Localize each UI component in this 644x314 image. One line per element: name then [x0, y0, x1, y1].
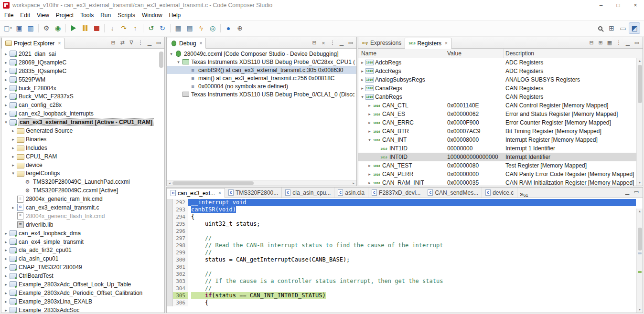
- expand-arrow-icon[interactable]: ▸: [10, 128, 16, 133]
- overview-mark-debug-line[interactable]: [638, 271, 642, 273]
- breakpoint-button[interactable]: ●: [223, 22, 234, 34]
- line-number[interactable]: 304: [173, 285, 188, 292]
- expand-arrow-icon[interactable]: ▸: [10, 205, 16, 210]
- expand-arrow-icon[interactable]: ▸: [3, 103, 9, 107]
- line-number[interactable]: 301: [173, 263, 188, 271]
- minimize-button[interactable]: ▁: [623, 39, 632, 47]
- line-number[interactable]: 292: [173, 199, 188, 206]
- menu-project[interactable]: Project: [53, 10, 77, 21]
- line-number[interactable]: 303: [173, 278, 188, 285]
- annotation-ruler-cell[interactable]: [167, 278, 173, 285]
- collapse-arrow-icon[interactable]: ▾: [359, 94, 365, 99]
- register-row[interactable]: ▸AdccRegsADC Registers: [358, 67, 643, 75]
- tree-item[interactable]: main() at can_ex3_external_transmit.c:25…: [167, 74, 356, 82]
- overview-mark-occurrence[interactable]: [638, 252, 642, 254]
- restart-button[interactable]: ↺: [145, 22, 157, 34]
- tree-item[interactable]: Texas Instruments XDS110 USB Debug Probe…: [167, 90, 356, 98]
- menu-view[interactable]: View: [33, 10, 53, 21]
- code-line[interactable]: 298 // Read the CAN-B interrupt status t…: [167, 242, 636, 249]
- expand-arrow-icon[interactable]: ▸: [3, 111, 9, 116]
- annotation-ruler-cell[interactable]: [167, 292, 173, 299]
- annotation-ruler-cell[interactable]: [167, 213, 173, 220]
- line-number[interactable]: 302: [173, 271, 188, 278]
- expand-arrow-icon[interactable]: ▸: [10, 146, 16, 150]
- expand-arrow-icon[interactable]: ▸: [359, 86, 365, 91]
- line-number[interactable]: 297: [173, 235, 188, 242]
- maximize-button[interactable]: ▭: [632, 188, 641, 196]
- view-menu-button[interactable]: ⋮: [614, 39, 623, 47]
- collapse-arrow-icon[interactable]: ▾: [10, 171, 16, 176]
- tree-item[interactable]: ▸2021_dian_sai: [1, 50, 164, 58]
- collapse-arrow-icon[interactable]: ▾: [3, 120, 9, 125]
- tree-item[interactable]: ▸Buck_VMC_F2837xS: [1, 92, 164, 101]
- tree-item[interactable]: ▸can_ex3_external_transmit.c: [1, 203, 164, 212]
- annotation-ruler-cell[interactable]: [167, 228, 173, 235]
- tree-item[interactable]: TMS320F280049C.ccxml [Active]: [1, 186, 164, 195]
- register-row[interactable]: ▸CAN_ERRC0x0000F900Error Counter Registe…: [358, 118, 643, 127]
- new-file-button[interactable]: ▢▾: [2, 22, 13, 34]
- code-line[interactable]: 300 status = CAN_getInterruptCause(CANB_…: [167, 256, 636, 263]
- scroll-up-arrow-icon[interactable]: ▲: [637, 209, 643, 214]
- expand-arrow-icon[interactable]: ▸: [366, 180, 373, 185]
- annotation-ruler-cell[interactable]: [167, 263, 173, 271]
- expand-arrow-icon[interactable]: ▸: [10, 163, 16, 167]
- expand-arrow-icon[interactable]: ▸: [3, 240, 9, 244]
- minimize-button[interactable]: ▁: [337, 39, 346, 47]
- register-row[interactable]: INT0ID1000000000000000Interrupt Identifi…: [358, 153, 643, 161]
- column-header-value[interactable]: Value: [445, 49, 504, 58]
- expand-arrow-icon[interactable]: ▸: [359, 77, 365, 82]
- annotation-ruler-cell[interactable]: [167, 256, 173, 263]
- save-button[interactable]: ▣: [13, 22, 25, 34]
- connect-target-button[interactable]: ◎: [207, 22, 218, 34]
- tree-item[interactable]: ▸CPU1_RAM: [1, 152, 164, 161]
- tree-item[interactable]: ▾Texas Instruments XDS110 USB Debug Prob…: [167, 58, 356, 66]
- memory-view-button[interactable]: ▤: [184, 22, 195, 34]
- expand-arrow-icon[interactable]: ▸: [366, 120, 373, 125]
- collapse-all-button[interactable]: ⊟: [109, 39, 118, 47]
- step-into-button[interactable]: ↓: [107, 22, 118, 34]
- expand-arrow-icon[interactable]: ▸: [366, 103, 373, 108]
- code-line[interactable]: 295 uint32_t status;: [167, 220, 636, 228]
- expand-arrow-icon[interactable]: ▸: [3, 52, 9, 56]
- tree-item[interactable]: ▸cla_asin_cpu01: [1, 254, 164, 263]
- register-row[interactable]: ▸CAN_PERR0x00000000CAN Parity Error Code…: [358, 170, 643, 178]
- register-row[interactable]: ▾CAN_INT0x00008000Interrupt Register [Me…: [358, 136, 643, 144]
- tree-item[interactable]: TMS320F280049C_LaunchPad.ccxml: [1, 178, 164, 186]
- line-number[interactable]: 306: [173, 299, 188, 306]
- console-button[interactable]: ▥: [25, 22, 36, 34]
- collapse-arrow-icon[interactable]: ▾: [366, 137, 373, 142]
- maximize-window-button[interactable]: □: [610, 0, 627, 10]
- tree-item[interactable]: ▸Example_2803xAdc_Offset_Look_Up_Table: [1, 280, 164, 289]
- menu-window[interactable]: Window: [139, 10, 166, 21]
- scroll-left-arrow-icon[interactable]: ◂: [167, 181, 172, 185]
- tree-item[interactable]: ▾targetConfigs: [1, 169, 164, 178]
- project-explorer-scrollbar[interactable]: [158, 50, 164, 313]
- tree-item[interactable]: driverlib.lib: [1, 220, 164, 229]
- terminate-button[interactable]: [91, 22, 102, 34]
- collapse-arrow-icon[interactable]: ▾: [175, 60, 182, 64]
- maximize-button[interactable]: ▭: [346, 39, 355, 47]
- expand-arrow-icon[interactable]: ▸: [366, 172, 373, 177]
- code-line[interactable]: 301: [167, 263, 636, 271]
- expand-arrow-icon[interactable]: ▸: [3, 308, 9, 313]
- annotation-ruler-cell[interactable]: [167, 235, 173, 242]
- line-number[interactable]: 300: [173, 256, 188, 263]
- line-number[interactable]: 299: [173, 249, 188, 256]
- expand-arrow-icon[interactable]: ▸: [3, 77, 9, 82]
- annotation-ruler-cell[interactable]: [167, 299, 173, 306]
- collapse-all-button[interactable]: ⊟: [310, 39, 319, 47]
- expand-arrow-icon[interactable]: ▸: [3, 94, 9, 99]
- tree-item[interactable]: ▸Generated Source: [1, 126, 164, 135]
- register-row[interactable]: ▸CAN_BTR0x00007AC9Bit Timing Register [M…: [358, 127, 643, 136]
- expand-arrow-icon[interactable]: ▸: [3, 86, 9, 91]
- tree-item[interactable]: ▸can_ex4_loopback_dma: [1, 229, 164, 238]
- close-tab-icon[interactable]: ×: [58, 41, 61, 46]
- tree-item[interactable]: ▸cla_adc_fir32_cpu01: [1, 246, 164, 254]
- view-tab-project-explorer[interactable]: Project Explorer×: [1, 38, 64, 49]
- annotation-ruler-cell[interactable]: [167, 249, 173, 256]
- editor-tab-can-sendmes[interactable]: cCAN_sendMes...: [424, 188, 482, 198]
- scroll-down-arrow-icon[interactable]: ▼: [637, 307, 643, 313]
- registers-scrollbar[interactable]: ▲ ▼: [636, 58, 643, 186]
- line-number[interactable]: 294: [173, 213, 188, 220]
- view-tab-expressions[interactable]: Expressions: [358, 37, 405, 48]
